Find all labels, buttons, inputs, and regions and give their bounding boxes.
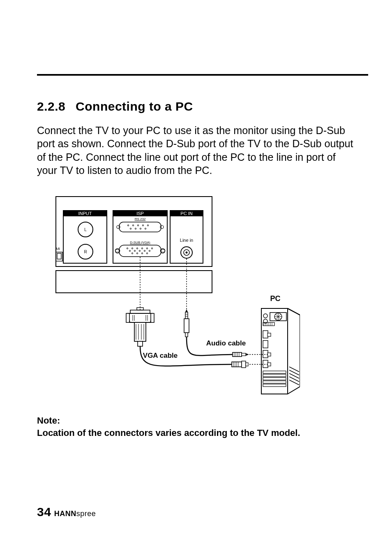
body-paragraph: Connect the TV to your PC to use it as t… [37,124,355,177]
svg-point-29 [129,250,130,252]
svg-point-30 [134,250,135,252]
note-block: Note: Location of the connectors varies … [37,415,355,439]
diagram: MI INPUT L R ISP RS 232 D-SUB (VGA) [37,193,355,399]
linein-label: Line in [180,238,193,243]
svg-point-18 [135,228,136,229]
vga-plug-icon [126,308,154,346]
svg-point-33 [149,250,150,252]
pcin-group: PC IN Line in [170,211,203,263]
svg-rect-45 [130,310,150,313]
page-number: 34 [37,505,51,519]
rs232-label: RS 232 [135,217,146,221]
audio-plug-pc-icon [233,352,249,357]
line-in-jack-icon [181,247,192,258]
svg-point-26 [141,248,143,249]
svg-point-15 [142,225,143,226]
brand-bold: HANN [54,510,76,518]
pc-tower-icon: PC [261,294,300,394]
svg-rect-1 [56,271,212,293]
svg-point-12 [127,225,129,226]
svg-point-14 [137,225,138,226]
svg-rect-86 [263,341,268,348]
svg-rect-87 [263,350,268,358]
svg-point-11 [160,225,164,229]
svg-rect-106 [242,361,246,368]
svg-point-20 [145,228,146,229]
svg-point-23 [127,248,128,249]
dsub-label: D-SUB (VGA) [130,241,150,244]
svg-point-31 [139,250,140,252]
svg-rect-48 [151,313,154,322]
svg-point-28 [151,248,152,249]
vga-cable-label: VGA cable [143,352,178,359]
svg-rect-58 [138,341,143,346]
svg-rect-62 [184,319,189,333]
svg-rect-90 [267,353,271,356]
svg-point-25 [136,248,138,249]
svg-rect-88 [263,360,268,368]
svg-rect-107 [246,363,248,366]
svg-rect-100 [242,353,246,356]
pc-label: PC [270,294,280,303]
svg-rect-91 [267,363,271,366]
svg-point-19 [140,228,141,229]
svg-point-24 [131,248,133,249]
r-label: R [84,250,87,254]
svg-point-27 [146,248,148,249]
svg-rect-3 [57,253,61,259]
svg-rect-47 [126,313,129,322]
svg-rect-99 [233,352,242,357]
l-label: L [84,227,87,232]
isp-label: ISP [136,211,144,216]
pcin-label: PC IN [180,211,192,216]
audio-cable-label: Audio cable [206,339,246,347]
svg-rect-63 [185,333,188,337]
brand-light: spree [76,510,96,518]
svg-point-42 [186,252,188,254]
svg-point-34 [131,253,133,254]
footer: 34 HANNspree [37,505,96,519]
input-group: INPUT L R [63,211,107,263]
section-heading: 2.2.8 Connecting to a PC [37,100,355,114]
svg-point-32 [144,250,145,252]
svg-point-35 [136,253,138,254]
vga-plug-pc-icon [232,361,248,368]
svg-rect-89 [267,333,271,336]
note-text: Location of the connectors varies accord… [37,427,355,439]
section-title: Connecting to a PC [76,100,193,113]
svg-point-16 [147,225,148,226]
svg-rect-85 [263,331,268,338]
input-label: INPUT [78,211,92,216]
top-rule [37,74,368,76]
svg-point-37 [146,253,148,254]
svg-point-13 [132,225,134,226]
svg-point-17 [130,228,131,229]
dsub-port-icon [115,245,165,257]
note-lead: Note: [37,415,355,427]
svg-rect-59 [185,312,188,319]
audio-plug-icon [184,309,189,337]
hdmi-fragment: MI [56,247,62,261]
svg-point-36 [141,253,143,254]
svg-point-10 [117,225,120,229]
isp-group: ISP RS 232 D-SUB (VGA) [113,211,167,263]
section-number: 2.2.8 [37,100,65,113]
hdmi-side-label: MI [56,247,60,251]
